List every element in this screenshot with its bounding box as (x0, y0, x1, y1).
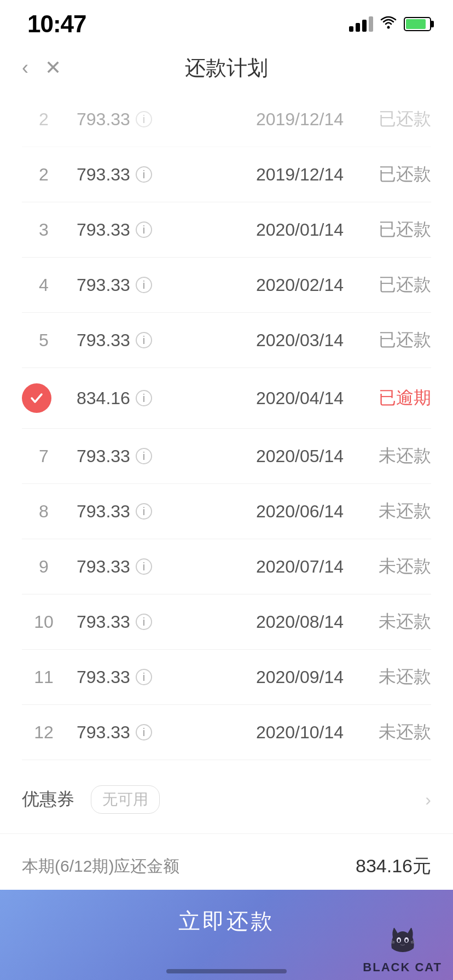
row-amount: 793.33 i (66, 275, 245, 295)
row-date: 2019/12/14 (245, 109, 355, 130)
svg-point-3 (398, 939, 400, 942)
row-date: 2020/06/14 (245, 501, 355, 522)
signal-icon (349, 16, 373, 32)
row-status: 未还款 (355, 555, 431, 579)
row-index: 4 (22, 275, 66, 295)
row-date: 2020/05/14 (245, 446, 355, 466)
status-icons (349, 15, 431, 34)
row-amount: 793.33 i (66, 446, 245, 466)
info-icon[interactable]: i (136, 724, 152, 740)
summary-amount: 834.16元 (356, 854, 431, 879)
info-icon[interactable]: i (136, 166, 152, 183)
row-status: 已还款 (355, 107, 431, 131)
coupon-label: 优惠券 (22, 788, 74, 812)
pay-button[interactable]: 立即还款 (178, 906, 275, 936)
row-date: 2020/02/14 (245, 275, 355, 295)
summary-label: 本期(6/12期)应还金额 (22, 855, 179, 878)
table-row: 2 793.33 i 2019/12/14 已还款 (22, 147, 431, 202)
row-status: 未还款 (355, 720, 431, 744)
info-icon[interactable]: i (136, 614, 152, 630)
status-time: 10:47 (27, 10, 86, 38)
close-button[interactable]: ✕ (45, 56, 61, 79)
row-amount: 793.33 i (66, 557, 245, 577)
row-status: 已还款 (355, 273, 431, 297)
info-icon[interactable]: i (136, 390, 152, 406)
header-nav: ‹ ✕ (22, 56, 61, 79)
row-amount: 793.33 i (66, 220, 245, 240)
black-cat-watermark: BLACK CAT (363, 924, 442, 975)
coupon-value: 无可用 (91, 785, 160, 814)
pay-button-container[interactable]: 立即还款 BLACK CAT (0, 890, 453, 980)
row-date: 2020/10/14 (245, 722, 355, 743)
row-amount: 793.33 i (66, 612, 245, 632)
row-amount: 793.33 i (66, 165, 245, 185)
row-date: 2020/08/14 (245, 612, 355, 632)
back-button[interactable]: ‹ (22, 56, 28, 79)
row-date: 2020/04/14 (245, 388, 355, 409)
header: ‹ ✕ 还款计划 (0, 44, 453, 92)
repayment-table: 2 793.33 i 2019/12/14 已还款 2 793.33 i 201… (0, 92, 453, 760)
row-index: 2 (22, 165, 66, 185)
row-amount: 793.33 i (66, 667, 245, 687)
chevron-right-icon: › (425, 790, 431, 810)
wifi-icon (380, 15, 397, 34)
row-index: 2 (22, 109, 66, 130)
row-status: 已逾期 (355, 386, 431, 410)
row-index: 7 (22, 446, 66, 466)
table-row: 10 793.33 i 2020/08/14 未还款 (22, 594, 431, 650)
row-date: 2019/12/14 (245, 165, 355, 185)
info-icon[interactable]: i (136, 221, 152, 238)
row-index: 11 (22, 667, 66, 687)
table-row: 3 793.33 i 2020/01/14 已还款 (22, 202, 431, 258)
table-row: 4 793.33 i 2020/02/14 已还款 (22, 258, 431, 313)
table-row: 12 793.33 i 2020/10/14 未还款 (22, 705, 431, 760)
status-bar: 10:47 (0, 0, 453, 44)
row-index: 12 (22, 722, 66, 743)
table-row: 9 793.33 i 2020/07/14 未还款 (22, 539, 431, 594)
coupon-section[interactable]: 优惠券 无可用 › (0, 766, 453, 834)
row-amount: 793.33 i (66, 330, 245, 351)
row-date: 2020/07/14 (245, 557, 355, 577)
table-row: 7 793.33 i 2020/05/14 未还款 (22, 429, 431, 484)
row-index: 9 (22, 557, 66, 577)
row-status: 未还款 (355, 444, 431, 468)
page-title: 还款计划 (185, 54, 268, 82)
info-icon[interactable]: i (136, 558, 152, 575)
row-index: 8 (22, 501, 66, 522)
row-index: 5 (22, 330, 66, 351)
table-row: 834.16 i 2020/04/14 已逾期 (22, 368, 431, 429)
info-icon[interactable]: i (136, 111, 152, 127)
home-indicator (166, 969, 287, 973)
row-date: 2020/01/14 (245, 220, 355, 240)
row-index: 3 (22, 220, 66, 240)
row-date: 2020/09/14 (245, 667, 355, 687)
row-status: 已还款 (355, 218, 431, 242)
row-index (22, 383, 66, 413)
row-index: 10 (22, 612, 66, 632)
info-icon[interactable]: i (136, 669, 152, 685)
row-amount: 793.33 i (66, 109, 245, 130)
info-icon[interactable]: i (136, 277, 152, 293)
row-amount: 834.16 i (66, 388, 245, 409)
table-row: 2 793.33 i 2019/12/14 已还款 (22, 92, 431, 147)
svg-point-0 (387, 26, 390, 28)
row-status: 已还款 (355, 328, 431, 352)
info-icon[interactable]: i (136, 448, 152, 464)
row-status: 未还款 (355, 610, 431, 634)
row-status: 未还款 (355, 499, 431, 523)
check-icon (22, 383, 51, 413)
info-icon[interactable]: i (136, 503, 152, 520)
table-row: 11 793.33 i 2020/09/14 未还款 (22, 650, 431, 705)
info-icon[interactable]: i (136, 332, 152, 348)
table-rows: 2 793.33 i 2019/12/14 已还款 3 793.33 i 202… (22, 147, 431, 760)
svg-point-4 (405, 939, 408, 942)
table-row: 5 793.33 i 2020/03/14 已还款 (22, 313, 431, 368)
row-amount: 793.33 i (66, 722, 245, 743)
row-status: 已还款 (355, 162, 431, 186)
table-row: 8 793.33 i 2020/06/14 未还款 (22, 484, 431, 539)
black-cat-text: BLACK CAT (363, 960, 442, 975)
cat-icon (386, 924, 419, 960)
row-status: 未还款 (355, 665, 431, 689)
row-amount: 793.33 i (66, 501, 245, 522)
battery-icon (404, 17, 431, 31)
